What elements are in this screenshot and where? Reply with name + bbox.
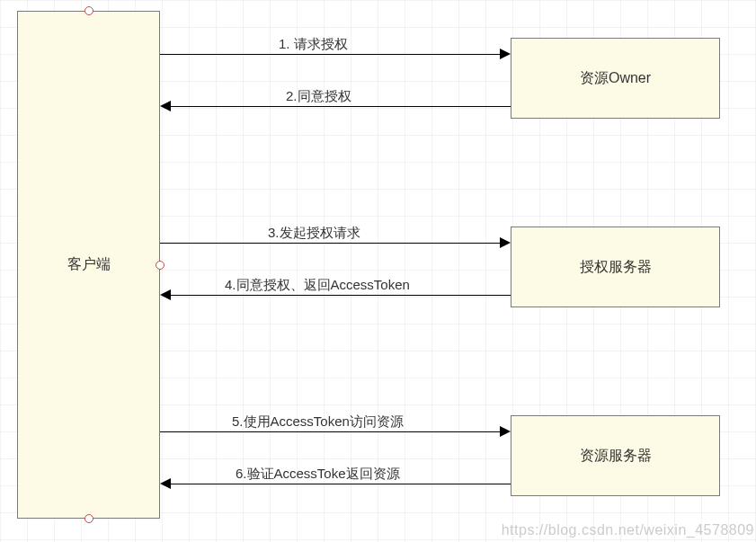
arrow-4-label: 4.同意授权、返回AccessToken [225,277,410,294]
arrowhead-right-icon [500,426,511,437]
selection-handle[interactable] [84,6,93,15]
arrow-line [160,243,500,244]
arrow-6-label: 6.验证AccessToke返回资源 [236,466,400,483]
selection-handle[interactable] [84,514,93,523]
arrow-5-label: 5.使用AccessToken访问资源 [232,413,404,431]
arrowhead-right-icon [500,237,511,248]
arrow-line [171,484,511,484]
arrowhead-left-icon [160,289,171,300]
node-auth-server-label: 授权服务器 [580,258,652,277]
arrow-line [160,54,500,55]
arrow-line [171,295,511,296]
node-resource-owner[interactable]: 资源Owner [511,38,720,119]
arrow-line [160,431,500,432]
node-client-label: 客户端 [67,255,111,274]
arrowhead-right-icon [500,49,511,59]
arrowhead-left-icon [160,101,171,111]
watermark: https://blog.csdn.net/weixin_4578809 [502,522,754,538]
node-auth-server[interactable]: 授权服务器 [511,227,720,307]
node-resource-server[interactable]: 资源服务器 [511,415,720,496]
arrow-line [171,106,511,107]
node-client[interactable]: 客户端 [17,11,160,519]
arrow-1-label: 1. 请求授权 [279,36,348,53]
selection-handle[interactable] [156,261,165,270]
arrow-3-label: 3.发起授权请求 [268,225,360,242]
node-resource-server-label: 资源服务器 [580,447,652,466]
arrow-2-label: 2.同意授权 [286,88,351,105]
node-resource-owner-label: 资源Owner [580,69,651,88]
arrowhead-left-icon [160,478,171,489]
